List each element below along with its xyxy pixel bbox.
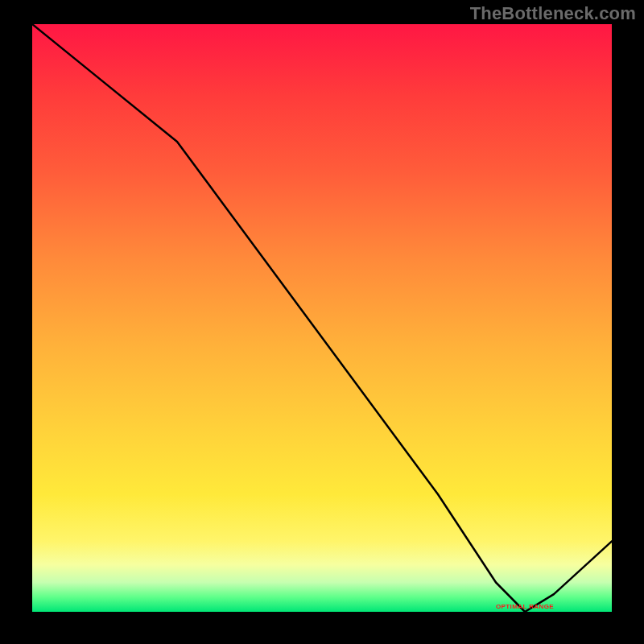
plot-area: OPTIMAL RANGE xyxy=(32,24,612,612)
chart-frame: TheBottleneck.com OPTIMAL RANGE xyxy=(0,0,644,644)
plot-svg xyxy=(32,24,612,612)
watermark-text: TheBottleneck.com xyxy=(470,3,636,24)
bottleneck-curve xyxy=(32,24,612,612)
optimal-range-label: OPTIMAL RANGE xyxy=(496,603,554,610)
